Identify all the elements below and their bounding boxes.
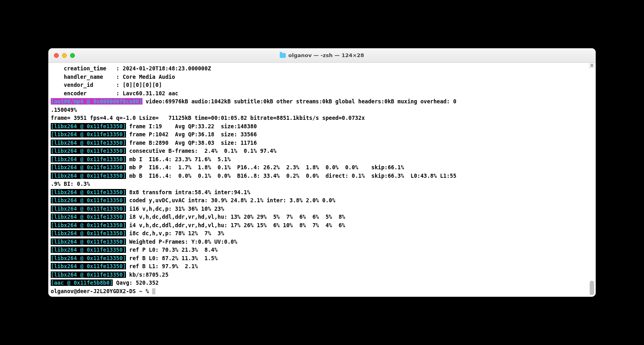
window-title-text: olganov — -zsh — 124×28 — [288, 52, 364, 58]
libx-tag: [libx264 @ 0x11fe13350] — [51, 189, 126, 195]
libx-line: frame B:2890 Avg QP:38.03 size: 11716 — [126, 140, 257, 146]
libx-tag: [libx264 @ 0x11fe13350] — [51, 148, 126, 154]
terminal-content[interactable]: creation_time : 2024-01-20T18:48:23.0000… — [48, 63, 596, 297]
meta-line: encoder : Lavc60.31.102 aac — [51, 90, 178, 97]
libx-tag: [libx264 @ 0x11fe13350] — [51, 156, 126, 162]
libx-tag: [libx264 @ 0x11fe13350] — [51, 238, 126, 245]
libx-tag: [libx264 @ 0x11fe13350] — [51, 172, 126, 179]
close-button[interactable] — [54, 53, 59, 58]
libx-line: consecutive B-frames: 2.4% 0.1% 0.1% 97.… — [126, 148, 277, 154]
libx-line: mb P I16..4: 1.7% 1.8% 0.1% P16..4: 26.2… — [126, 164, 404, 170]
libx-line: ref B L1: 97.9% 2.1% — [126, 263, 198, 269]
libx-tag: [libx264 @ 0x11fe13350] — [51, 263, 126, 269]
libx-tag: [libx264 @ 0x11fe13350] — [51, 222, 126, 228]
titlebar: olganov — -zsh — 124×28 — [48, 48, 596, 63]
scroll-top-icon[interactable] — [589, 63, 595, 69]
libx-tag: [libx264 @ 0x11fe13350] — [51, 197, 126, 203]
libx-line: coded y,uvDC,uvAC intra: 30.9% 24.8% 2.1… — [126, 197, 335, 203]
meta-line: handler_name : Core Media Audio — [51, 74, 175, 80]
libx-tag: [libx264 @ 0x11fe13350] — [51, 230, 126, 236]
minimize-button[interactable] — [62, 53, 67, 58]
libx-line: i8c dc,h,v,p: 78% 12% 7% 3% — [126, 230, 224, 236]
libx-line: i4 v,h,dc,ddl,ddr,vr,hd,vl,hu: 17% 26% 1… — [126, 222, 345, 228]
shell-prompt: olganov@deer-J2L20YGDX2-DS ~ % — [51, 288, 152, 294]
libx-tag: [libx264 @ 0x11fe13350] — [51, 246, 126, 253]
libx-line: ref P L0: 70.3% 21.3% 8.4% — [126, 246, 218, 253]
frame-line: frame= 3951 fps=4.4 q=-1.0 Lsize= 71125k… — [51, 115, 378, 121]
libx-line: frame I:19 Avg QP:33.22 size:148380 — [126, 123, 257, 129]
libx-cont: .9% BI: 0.3% — [51, 181, 90, 187]
libx-tag: [libx264 @ 0x11fe13350] — [51, 140, 126, 146]
libx-tag: [libx264 @ 0x11fe13350] — [51, 164, 126, 170]
libx-tag: [libx264 @ 0x11fe13350] — [51, 214, 126, 220]
out-cont: .150049% — [51, 107, 77, 113]
libx-line: frame P:1042 Avg QP:36.18 size: 33566 — [126, 131, 257, 138]
libx-line: i16 v,h,dc,p: 31% 36% 10% 23% — [126, 205, 224, 212]
libx-line: mb I I16..4: 23.3% 71.6% 5.1% — [126, 156, 231, 162]
libx-line: Weighted P-Frames: Y:0.0% UV:0.0% — [126, 238, 237, 245]
folder-icon — [280, 53, 286, 58]
libx-tag: [libx264 @ 0x11fe13350] — [51, 205, 126, 212]
meta-line: creation_time : 2024-01-20T18:48:23.0000… — [51, 65, 211, 72]
out-tail: video:69976kB audio:1042kB subtitle:0kB … — [142, 98, 456, 105]
aac-line: Qavg: 520.352 — [113, 279, 159, 286]
maximize-button[interactable] — [70, 53, 75, 58]
out-tag: [out#0/mp4 @ 0x600000f8ca80] — [51, 98, 142, 105]
libx-line: kb/s:8705.25 — [126, 271, 169, 278]
terminal-window: olganov — -zsh — 124×28 creation_time : … — [48, 48, 596, 297]
libx-tag: [libx264 @ 0x11fe13350] — [51, 123, 126, 129]
libx-line: i8 v,h,dc,ddl,ddr,vr,hd,vl,hu: 13% 20% 2… — [126, 214, 345, 220]
libx-line: mb B I16..4: 0.0% 0.1% 0.0% B16..8: 33.4… — [126, 172, 456, 179]
libx-line: 8x8 transform intra:58.4% inter:94.1% — [126, 189, 250, 195]
cursor — [152, 288, 155, 294]
libx-line: ref B L0: 87.2% 11.3% 1.5% — [126, 255, 218, 261]
scrollbar-thumb[interactable] — [590, 281, 594, 295]
libx-tag: [libx264 @ 0x11fe13350] — [51, 131, 126, 138]
aac-tag: [aac @ 0x11fe5b8b0] — [51, 279, 113, 286]
window-title: olganov — -zsh — 124×28 — [48, 52, 596, 58]
libx-tag: [libx264 @ 0x11fe13350] — [51, 271, 126, 278]
libx-tag: [libx264 @ 0x11fe13350] — [51, 255, 126, 261]
window-controls — [48, 53, 75, 58]
scrollbar[interactable] — [589, 63, 595, 297]
meta-line: vendor_id : [0][0][0][0] — [51, 82, 162, 88]
